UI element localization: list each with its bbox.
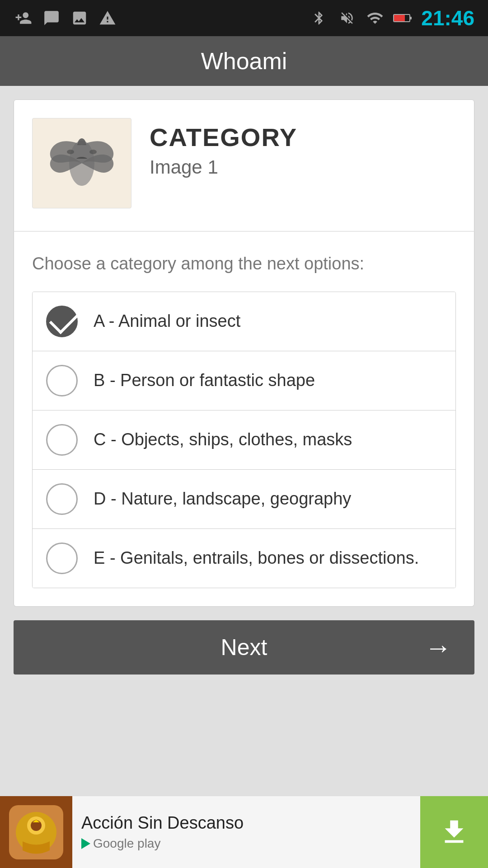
radio-button-c[interactable] <box>46 424 78 456</box>
category-info: CATEGORY Image 1 <box>150 118 297 178</box>
messenger-icon <box>42 8 61 28</box>
status-time: 21:46 <box>421 6 474 30</box>
bluetooth-icon <box>309 8 329 28</box>
ad-icon <box>0 796 72 868</box>
image-icon <box>70 8 89 28</box>
option-item-e[interactable]: E - Genitals, entrails, bones or dissect… <box>33 529 455 588</box>
rorschach-image <box>32 118 131 208</box>
google-play-badge: Google play <box>81 836 411 851</box>
option-item-c[interactable]: C - Objects, ships, clothes, masks <box>33 410 455 470</box>
option-item-a[interactable]: A - Animal or insect <box>33 292 455 351</box>
app-title: Whoami <box>201 47 287 75</box>
option-item-d[interactable]: D - Nature, landscape, geography <box>33 470 455 529</box>
radio-button-b[interactable] <box>46 365 78 396</box>
status-bar: 21:46 <box>0 0 488 36</box>
radio-button-d[interactable] <box>46 483 78 515</box>
options-list: A - Animal or insect B - Person or fanta… <box>32 292 456 588</box>
option-label-c: C - Objects, ships, clothes, masks <box>94 429 352 451</box>
options-card: Choose a category among the next options… <box>14 231 474 607</box>
option-label-a: A - Animal or insect <box>94 310 240 332</box>
google-play-text: Google play <box>93 836 160 851</box>
download-icon <box>438 816 470 848</box>
radio-button-a[interactable] <box>46 306 78 337</box>
svg-rect-2 <box>394 15 405 21</box>
option-label-e: E - Genitals, entrails, bones or dissect… <box>94 547 419 569</box>
category-subtitle: Image 1 <box>150 156 297 178</box>
wifi-icon <box>365 8 385 28</box>
svg-point-5 <box>89 150 97 154</box>
options-prompt: Choose a category among the next options… <box>32 254 456 274</box>
ad-title: Acción Sin Descanso <box>81 813 411 833</box>
ad-banner[interactable]: Acción Sin Descanso Google play <box>0 796 488 868</box>
ad-download-button[interactable] <box>420 796 488 868</box>
play-triangle-icon <box>81 838 90 849</box>
status-icons-left <box>14 8 117 28</box>
battery-icon <box>393 8 413 28</box>
svg-point-4 <box>67 150 74 154</box>
category-title: CATEGORY <box>150 123 297 152</box>
next-button[interactable]: Next → <box>14 620 474 675</box>
ad-text-area: Acción Sin Descanso Google play <box>72 813 420 851</box>
category-card: CATEGORY Image 1 <box>14 99 474 231</box>
status-icons-right: 21:46 <box>309 6 474 30</box>
ad-icon-inner <box>9 805 63 859</box>
mute-icon <box>337 8 357 28</box>
person-add-icon <box>14 8 33 28</box>
radio-button-e[interactable] <box>46 542 78 574</box>
svg-rect-1 <box>410 17 412 19</box>
main-content: CATEGORY Image 1 Choose a category among… <box>0 86 488 675</box>
option-item-b[interactable]: B - Person or fantastic shape <box>33 351 455 410</box>
app-header: Whoami <box>0 36 488 86</box>
next-button-label: Next <box>221 634 267 660</box>
alert-icon <box>98 8 117 28</box>
option-label-b: B - Person or fantastic shape <box>94 369 315 392</box>
option-label-d: D - Nature, landscape, geography <box>94 488 351 510</box>
next-arrow-icon: → <box>425 632 452 663</box>
